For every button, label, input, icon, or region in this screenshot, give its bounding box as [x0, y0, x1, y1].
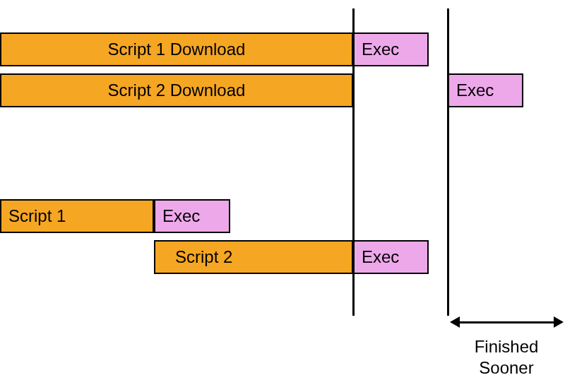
sooner-text: Sooner — [479, 358, 533, 377]
script-2-download-bar: Script 2 Download — [0, 73, 353, 107]
script-1-small-exec-bar: Exec — [154, 199, 230, 233]
timing-diagram: Script 1 Download Exec Script 2 Download… — [0, 0, 565, 392]
divider-exec-gap — [447, 8, 449, 316]
arrow-head-left-icon — [450, 316, 460, 328]
script-1-small-bar: Script 1 — [0, 199, 154, 233]
script-2-exec-bar: Exec — [448, 73, 523, 107]
finished-text: Finished — [475, 337, 539, 356]
script-2-small-bar: Script 2 — [154, 240, 353, 274]
script-2-small-exec-bar: Exec — [353, 240, 429, 274]
script-1-exec-bar: Exec — [353, 32, 429, 66]
finished-sooner-label: Finished Sooner — [446, 336, 565, 379]
finished-sooner-arrow — [459, 321, 554, 323]
arrow-head-right-icon — [554, 316, 564, 328]
script-1-download-bar: Script 1 Download — [0, 32, 353, 66]
divider-download-end — [352, 8, 355, 316]
